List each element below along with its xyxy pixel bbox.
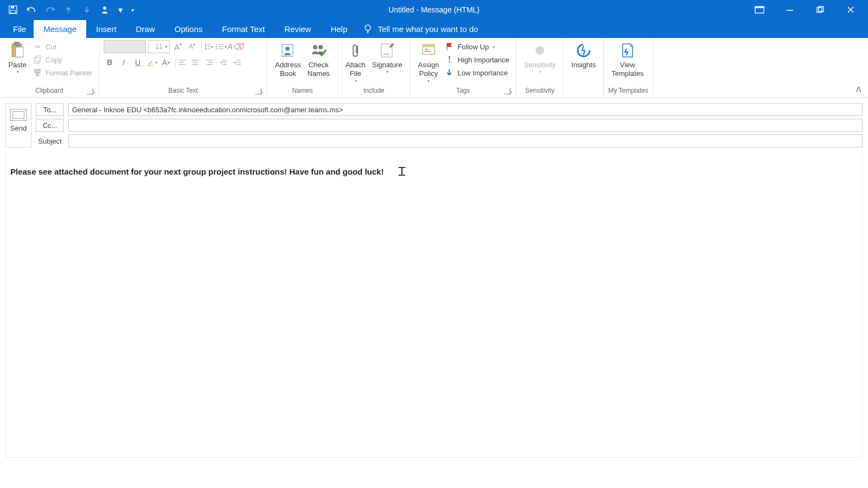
italic-icon[interactable]: I [118, 56, 130, 68]
high-importance-button[interactable]: ! High Importance [442, 54, 511, 65]
svg-rect-1 [11, 7, 14, 9]
cut-button[interactable]: ✂ Cut [30, 41, 94, 52]
group-sensitivity: Sensitivity ▾ Sensitivity [516, 38, 564, 97]
increase-font-icon[interactable]: A▴ [172, 41, 184, 53]
group-label-include: Include [342, 86, 406, 96]
group-clipboard: Paste ▾ ✂ Cut Copy Form [0, 38, 99, 97]
close-icon[interactable] [842, 1, 859, 18]
qa-dropdown-icon[interactable]: ▾ [117, 3, 124, 16]
decrease-indent-icon[interactable] [218, 56, 229, 68]
ribbon-tabs: File Message Insert Draw Options Format … [0, 20, 868, 38]
insights-button[interactable]: Insights [568, 40, 599, 70]
signature-button[interactable]: Signature ▾ [369, 40, 406, 75]
tab-review[interactable]: Review [275, 20, 321, 38]
to-field[interactable] [68, 103, 863, 116]
tab-options[interactable]: Options [165, 20, 213, 38]
view-templates-button[interactable]: View Templates [608, 40, 647, 80]
title-bar: ▾ ▾ Untitled - Message (HTML) [0, 0, 868, 20]
redo-icon[interactable] [43, 3, 56, 16]
paintbrush-icon [33, 68, 42, 78]
chevron-down-icon: ▾ [386, 69, 388, 74]
tab-file[interactable]: File [5, 20, 34, 38]
copy-button[interactable]: Copy [30, 54, 94, 65]
low-importance-button[interactable]: Low Importance [442, 67, 511, 78]
tab-format-text[interactable]: Format Text [212, 20, 275, 38]
tell-me-placeholder: Tell me what you want to do [378, 24, 478, 34]
address-book-button[interactable]: Address Book [272, 40, 304, 80]
tab-draw[interactable]: Draw [126, 20, 165, 38]
bold-icon[interactable]: B [104, 56, 116, 68]
check-names-button[interactable]: Check Names [304, 40, 333, 80]
compose-header: Send To... Cc... Subject [0, 98, 868, 147]
sensitivity-button[interactable]: Sensitivity ▾ [521, 40, 559, 75]
tab-message[interactable]: Message [34, 20, 86, 38]
decrease-font-icon[interactable]: A▾ [186, 41, 198, 53]
tab-help[interactable]: Help [321, 20, 357, 38]
window-controls [751, 1, 868, 18]
assign-policy-button[interactable]: Assign Policy ▾ [414, 40, 442, 85]
low-importance-icon [444, 68, 454, 78]
send-button[interactable]: Send [5, 103, 31, 147]
highlight-icon[interactable]: ▾ [146, 56, 158, 68]
follow-up-button[interactable]: Follow Up ▾ [442, 41, 511, 52]
svg-rect-56 [425, 51, 430, 52]
svg-point-19 [205, 44, 207, 46]
numbering-icon[interactable]: 123▾ [215, 41, 227, 53]
collapse-ribbon-icon[interactable]: ᐱ [856, 85, 861, 94]
align-right-icon[interactable] [203, 56, 215, 68]
tell-me-search[interactable]: Tell me what you want to do [357, 20, 484, 38]
font-color-icon[interactable]: A▾ [160, 56, 172, 68]
chevron-down-icon: ▾ [17, 69, 19, 74]
save-icon[interactable] [7, 3, 20, 16]
text-cursor-icon: Ꮖ [398, 165, 406, 178]
lightbulb-icon [363, 24, 372, 34]
svg-rect-14 [16, 47, 23, 57]
customize-qat-icon[interactable]: ▾ [129, 3, 136, 16]
svg-rect-2 [11, 10, 16, 13]
policy-icon [419, 41, 438, 60]
message-body[interactable]: Please see attached document for your ne… [5, 154, 863, 458]
send-icon [10, 109, 27, 121]
ribbon-display-icon[interactable] [751, 1, 768, 18]
svg-rect-17 [35, 69, 40, 73]
svg-rect-15 [34, 57, 39, 63]
dialog-launcher-icon[interactable] [87, 88, 93, 94]
svg-rect-13 [14, 42, 20, 46]
attach-file-button[interactable]: Attach File ▾ [342, 40, 369, 85]
chevron-down-icon: ▾ [539, 69, 541, 74]
minimize-icon[interactable] [781, 1, 799, 18]
paperclip-icon [346, 41, 365, 60]
font-size-selector[interactable]: 11 [148, 40, 170, 53]
bullets-icon[interactable]: ▾ [201, 41, 213, 53]
subject-label: Subject [36, 137, 64, 145]
check-names-icon [309, 41, 328, 60]
dialog-launcher-icon[interactable] [504, 88, 510, 94]
svg-point-21 [205, 46, 207, 48]
group-basic-text: 11 A▴ A▾ ▾ 123▾ A⌫ B I U ▾ A▾ [99, 38, 267, 97]
insights-icon [575, 41, 593, 60]
align-center-icon[interactable] [189, 56, 201, 68]
maximize-icon[interactable] [812, 1, 829, 18]
cc-button[interactable]: Cc... [36, 119, 64, 132]
group-names: Address Book Check Names Names [267, 38, 338, 97]
align-left-icon[interactable] [175, 56, 187, 68]
increase-indent-icon[interactable] [232, 56, 244, 68]
format-painter-button[interactable]: Format Painter [30, 67, 94, 78]
previous-item-icon[interactable] [62, 3, 75, 16]
to-button[interactable]: To... [36, 103, 64, 116]
svg-point-57 [535, 46, 544, 55]
tab-insert[interactable]: Insert [86, 20, 126, 38]
paste-button[interactable]: Paste ▾ [4, 40, 30, 75]
clear-formatting-icon[interactable]: A⌫ [229, 41, 241, 53]
underline-icon[interactable]: U [132, 56, 144, 68]
font-name-selector[interactable] [104, 40, 146, 53]
next-item-icon[interactable] [80, 3, 93, 16]
cc-field[interactable] [68, 119, 863, 132]
address-book-icon [279, 41, 297, 60]
undo-icon[interactable] [25, 3, 38, 16]
user-icon[interactable] [99, 3, 112, 16]
group-insights: Insights [564, 38, 604, 97]
chevron-down-icon: ▾ [493, 44, 495, 49]
subject-field[interactable] [68, 134, 863, 147]
dialog-launcher-icon[interactable] [255, 88, 261, 94]
